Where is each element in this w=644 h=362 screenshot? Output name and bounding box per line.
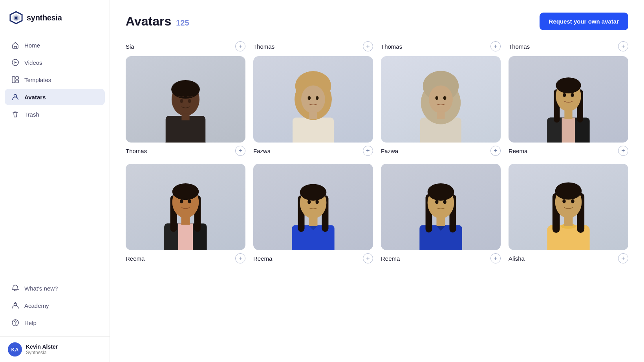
avatar-figure-reema3 xyxy=(253,164,373,250)
sidebar-item-templates[interactable]: Templates xyxy=(5,71,105,88)
user-avatar-initials: KA xyxy=(8,342,22,357)
avatar-card-fazwa1[interactable] xyxy=(253,56,373,143)
sidebar-item-home[interactable]: Home xyxy=(5,37,105,53)
svg-point-50 xyxy=(172,183,199,200)
add-avatar-thomas4-button[interactable]: + xyxy=(235,146,245,156)
add-avatar-thomas1-button[interactable]: + xyxy=(363,41,373,51)
nav-list: Home Videos Templates xyxy=(0,34,110,275)
sidebar-item-trash[interactable]: Trash xyxy=(5,106,105,122)
add-avatar-thomas2-button[interactable]: + xyxy=(490,41,501,51)
avatar-label-fazwa1: Fazwa + xyxy=(253,146,373,156)
add-avatar-reema4-button[interactable]: + xyxy=(490,253,501,263)
synthesia-logo-icon xyxy=(9,11,23,24)
add-avatar-reema3-button[interactable]: + xyxy=(363,253,373,263)
user-info: Kevin Alster Synthesia xyxy=(26,344,58,355)
avatar-card-thomas4[interactable] xyxy=(126,56,245,143)
request-own-avatar-button[interactable]: Request your own avatar xyxy=(540,13,628,30)
svg-point-25 xyxy=(316,96,319,100)
sidebar-item-academy[interactable]: Academy xyxy=(5,297,105,314)
logo-area: synthesia xyxy=(0,0,110,34)
avatar-card-wrap-reema3: Reema + xyxy=(253,164,373,263)
svg-rect-46 xyxy=(178,223,193,250)
sidebar-item-home-label: Home xyxy=(24,42,40,49)
avatar-name-sia: Sia xyxy=(126,43,134,50)
videos-icon xyxy=(11,58,20,67)
avatar-name-reema3: Reema xyxy=(253,255,272,262)
avatar-label-reema1: Reema + xyxy=(509,146,628,156)
avatar-card-wrap-fazwa2: Fazwa + xyxy=(381,56,501,156)
sidebar-item-avatars[interactable]: Avatars xyxy=(5,89,105,105)
user-area[interactable]: KA Kevin Alster Synthesia xyxy=(0,336,110,362)
avatar-card-wrap-thomas4: Thomas + xyxy=(126,56,245,156)
sidebar-item-videos[interactable]: Videos xyxy=(5,54,105,71)
avatar-card-reema2[interactable] xyxy=(126,164,245,250)
avatar-label-alisha: Alisha + xyxy=(509,253,628,263)
svg-marker-5 xyxy=(15,61,17,64)
avatar-card-wrap-fazwa1: Fazwa + xyxy=(253,56,373,156)
avatar-card-wrap-reema2: Reema + xyxy=(126,164,245,263)
sidebar-item-whats-new-label: What's new? xyxy=(24,285,58,292)
add-avatar-reema2-button[interactable]: + xyxy=(235,253,245,263)
avatar-count-badge: 125 xyxy=(176,18,189,27)
avatar-label-thomas1: Thomas + xyxy=(253,41,373,51)
help-icon xyxy=(11,318,20,327)
page-title: Avatars xyxy=(126,14,171,29)
add-avatar-sia-button[interactable]: + xyxy=(235,41,245,51)
avatar-figure-fazwa2 xyxy=(381,56,501,143)
avatar-name-reema2: Reema xyxy=(126,255,145,262)
avatar-card-reema3[interactable] xyxy=(253,164,373,250)
svg-rect-51 xyxy=(181,217,190,225)
svg-point-52 xyxy=(180,199,183,203)
avatar-label-reema4: Reema + xyxy=(381,253,501,263)
title-wrap: Avatars 125 xyxy=(126,14,189,29)
sidebar-item-avatars-label: Avatars xyxy=(24,94,46,101)
add-avatar-fazwa1-button[interactable]: + xyxy=(363,146,373,156)
svg-rect-36 xyxy=(562,118,575,143)
svg-point-42 xyxy=(563,93,566,97)
sidebar-item-templates-label: Templates xyxy=(24,77,51,83)
brand-name: synthesia xyxy=(27,13,62,22)
avatar-card-reema1[interactable] xyxy=(509,56,628,143)
user-name: Kevin Alster xyxy=(26,344,58,350)
avatar-name-thomas1: Thomas xyxy=(253,43,274,50)
avatar-card-fazwa2[interactable] xyxy=(381,56,501,143)
avatar-grid-row3: Reema + xyxy=(126,164,628,263)
avatar-label-thomas3: Thomas + xyxy=(509,41,628,51)
avatar-name-fazwa1: Fazwa xyxy=(253,148,271,154)
svg-point-19 xyxy=(188,99,191,103)
svg-point-60 xyxy=(307,200,311,204)
svg-point-53 xyxy=(188,199,191,203)
main-content: Avatars 125 Request your own avatar Sia … xyxy=(110,0,644,362)
avatar-label-thomas2: Thomas + xyxy=(381,41,501,51)
sidebar-item-whats-new[interactable]: What's new? xyxy=(5,280,105,296)
svg-point-66 xyxy=(428,183,454,201)
add-avatar-fazwa2-button[interactable]: + xyxy=(490,146,501,156)
avatar-name-alisha: Alisha xyxy=(509,255,525,262)
avatar-figure-alisha xyxy=(509,164,628,250)
avatar-figure-fazwa1 xyxy=(253,56,373,143)
sidebar-item-help-label: Help xyxy=(24,320,37,326)
avatar-figure-reema1 xyxy=(509,56,628,143)
avatar-card-alisha[interactable] xyxy=(509,164,628,250)
svg-point-30 xyxy=(429,85,453,113)
sidebar-item-videos-label: Videos xyxy=(24,59,42,66)
sidebar-item-help[interactable]: Help xyxy=(5,314,105,331)
svg-rect-41 xyxy=(564,110,572,119)
avatar-label-thomas4: Thomas + xyxy=(126,146,245,156)
svg-rect-20 xyxy=(293,118,334,143)
add-avatar-thomas3-button[interactable]: + xyxy=(618,41,628,51)
svg-point-40 xyxy=(556,77,581,93)
svg-rect-67 xyxy=(437,218,445,226)
avatar-card-reema4[interactable] xyxy=(381,164,501,250)
svg-rect-7 xyxy=(16,77,18,79)
svg-point-58 xyxy=(300,184,327,201)
add-avatar-reema1-button[interactable]: + xyxy=(618,146,628,156)
svg-point-75 xyxy=(555,182,582,199)
svg-rect-59 xyxy=(309,218,318,226)
avatar-label-fazwa2: Fazwa + xyxy=(381,146,501,156)
svg-point-16 xyxy=(171,80,200,99)
svg-point-12 xyxy=(15,324,16,325)
avatars-icon xyxy=(11,93,20,101)
add-avatar-alisha-button[interactable]: + xyxy=(618,253,628,263)
svg-point-31 xyxy=(435,96,439,100)
